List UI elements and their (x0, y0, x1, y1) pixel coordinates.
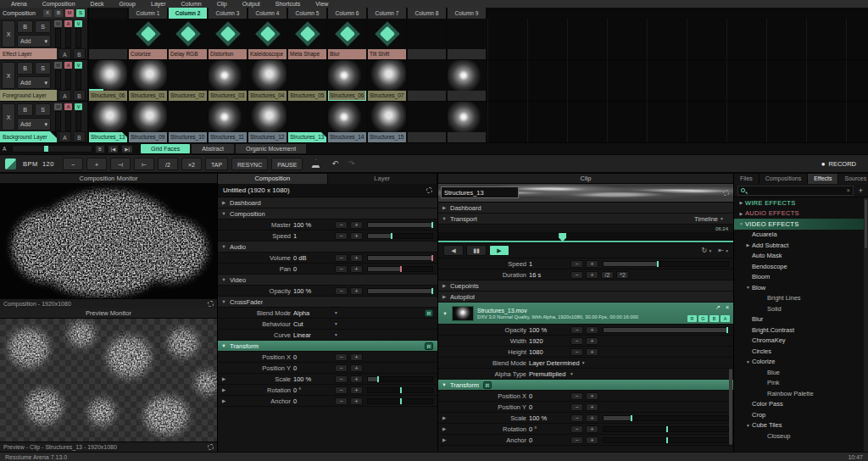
decrement-button[interactable]: − (570, 271, 583, 279)
param-slider[interactable] (603, 327, 729, 333)
dropdown-caret-icon[interactable]: ▾ (335, 310, 343, 315)
effect-tree-item[interactable]: Circles (734, 346, 868, 357)
channel-toggle[interactable]: B (709, 315, 719, 322)
column-tab[interactable]: Column 7 (368, 8, 406, 19)
bpm-button[interactable]: /2 (158, 158, 178, 170)
effect-tree-item[interactable]: Bright.Contrast (734, 325, 868, 336)
param-row[interactable]: ▶ Rotation 0 ° − + (438, 424, 733, 435)
param-row[interactable]: Volume 0 dB − + (218, 253, 437, 264)
dropdown-caret-icon[interactable]: ▾ (570, 371, 579, 376)
browser-tab[interactable]: Sources (838, 174, 868, 184)
param-value[interactable]: 0 ° (293, 386, 332, 394)
param-row[interactable]: ▶ Dashboard (438, 203, 733, 214)
menu-item[interactable]: Output (235, 0, 268, 8)
section-row[interactable]: ▶ Autopilot (438, 292, 733, 303)
bpm-button[interactable]: TAP (205, 158, 228, 170)
param-row[interactable]: ▼ Transform R (438, 380, 733, 391)
dropdown-caret-icon[interactable]: ▾ (335, 332, 343, 337)
bpm-button[interactable]: ×2 (181, 158, 202, 170)
bpm-button[interactable]: ⊣ (110, 158, 131, 170)
param-slider[interactable] (367, 288, 433, 294)
menu-item[interactable]: View (308, 0, 336, 8)
browser-tab[interactable]: Effects (808, 174, 838, 184)
param-value[interactable]: 0 (293, 353, 332, 361)
param-value[interactable]: Alpha (293, 309, 332, 317)
audio-fader[interactable] (65, 69, 71, 90)
increment-button[interactable]: + (586, 337, 598, 345)
increment-button[interactable]: + (586, 403, 598, 411)
section-row[interactable]: ▶ Cuepoints (438, 280, 733, 292)
param-row[interactable]: ▶ Dashboard (218, 197, 437, 208)
decrement-button[interactable]: − (335, 232, 348, 240)
crossfader-a-button[interactable]: A (58, 90, 71, 101)
clip-source-row[interactable]: ▼ Structures_13.mov DXV 3.0 Normal Quali… (438, 303, 733, 325)
param-row[interactable]: Opacity 100 % − + (438, 325, 733, 336)
gear-icon[interactable] (208, 301, 214, 307)
prev-deck-icon[interactable]: |◀ (108, 145, 120, 153)
search-input[interactable]: × (737, 186, 854, 196)
param-value[interactable]: 100 % (293, 287, 332, 295)
increment-button[interactable]: + (350, 375, 363, 383)
param-value[interactable]: 1 (293, 232, 332, 240)
decrement-button[interactable]: − (335, 265, 348, 273)
increment-button[interactable]: + (350, 364, 363, 372)
layer-bypass-button[interactable]: B (17, 103, 33, 116)
composition-bypass-button[interactable]: B (54, 9, 63, 17)
param-row[interactable]: ▼ Composition (218, 208, 437, 219)
next-deck-icon[interactable]: ▶| (121, 145, 133, 153)
decrement-button[interactable]: − (335, 375, 348, 383)
column-tab[interactable]: Column 1 (129, 8, 167, 19)
clip-cell[interactable] (448, 102, 486, 142)
active-clip-cell[interactable]: Structures_13 (89, 102, 127, 142)
effect-tree-item[interactable]: Bendoscope (734, 261, 868, 272)
clip-cell[interactable]: Structures_12 (248, 102, 287, 142)
add-icon[interactable]: + (857, 186, 865, 195)
clip-cell[interactable]: Structures_06 (328, 60, 366, 101)
layer-solo-button[interactable]: S (35, 20, 51, 33)
param-row[interactable]: Position X 0 − + (438, 391, 733, 402)
clip-cell[interactable]: Structures_09 (129, 102, 167, 142)
effect-tree-item[interactable]: Bloom (734, 272, 868, 283)
increment-button[interactable]: + (350, 221, 363, 229)
disclosure-icon[interactable]: ▼ (441, 382, 448, 387)
record-arm-badge[interactable]: R (483, 381, 492, 389)
param-row[interactable]: Alpha Type Premultiplied ▾ (438, 369, 733, 380)
disclosure-icon[interactable]: ▼ (744, 285, 752, 290)
param-row[interactable]: ▼ CrossFader (218, 297, 437, 308)
undo-icon[interactable]: ↶ (331, 159, 338, 168)
increment-button[interactable]: + (586, 436, 598, 444)
clear-search-icon[interactable]: × (847, 187, 850, 193)
decrement-button[interactable]: − (335, 364, 348, 372)
effects-scrollbar[interactable] (864, 197, 868, 452)
clip-cell[interactable] (448, 60, 486, 101)
column-tab[interactable]: Column 9 (448, 8, 486, 19)
increment-button[interactable]: + (586, 392, 598, 400)
layer-blendmode-dropdown[interactable]: Add▾ (17, 35, 51, 47)
crossfader-b-label[interactable]: B (95, 145, 105, 153)
clip-name-input[interactable] (441, 186, 519, 198)
crossfader-a-button[interactable]: A (58, 131, 71, 142)
decrement-button[interactable]: − (335, 397, 348, 405)
disclosure-icon[interactable]: ▼ (744, 359, 752, 364)
pause-button[interactable]: ▮▮ (466, 245, 487, 256)
param-slider[interactable] (367, 266, 433, 272)
disclosure-icon[interactable]: ▶ (737, 211, 745, 216)
disclosure-icon[interactable]: ▶ (441, 415, 448, 420)
crossfader-slider[interactable] (12, 145, 92, 153)
layer-clear-button[interactable]: X (2, 20, 15, 47)
video-fader[interactable] (75, 28, 81, 48)
effect-tree-item[interactable]: ▼ Blow (734, 282, 868, 293)
panel-tab[interactable]: Composition (218, 174, 328, 184)
deck-tab[interactable]: Grid Faces (141, 144, 190, 153)
effect-tree-item[interactable]: Bright Lines (734, 293, 868, 304)
transport-mode-dropdown[interactable]: Timeline (694, 215, 718, 223)
disclosure-icon[interactable]: ▶ (220, 200, 227, 205)
disclosure-icon[interactable]: ▼ (220, 277, 227, 282)
param-value[interactable]: 0 dB (293, 254, 332, 262)
increment-button[interactable]: + (350, 265, 363, 273)
layer-blendmode-dropdown[interactable]: Add▾ (17, 118, 51, 131)
active-clip-cell[interactable]: Structures_06 (89, 60, 127, 101)
layer-clear-button[interactable]: X (2, 103, 15, 131)
clip-cell[interactable] (408, 19, 446, 59)
effect-tree-item[interactable]: Crop (734, 409, 868, 420)
